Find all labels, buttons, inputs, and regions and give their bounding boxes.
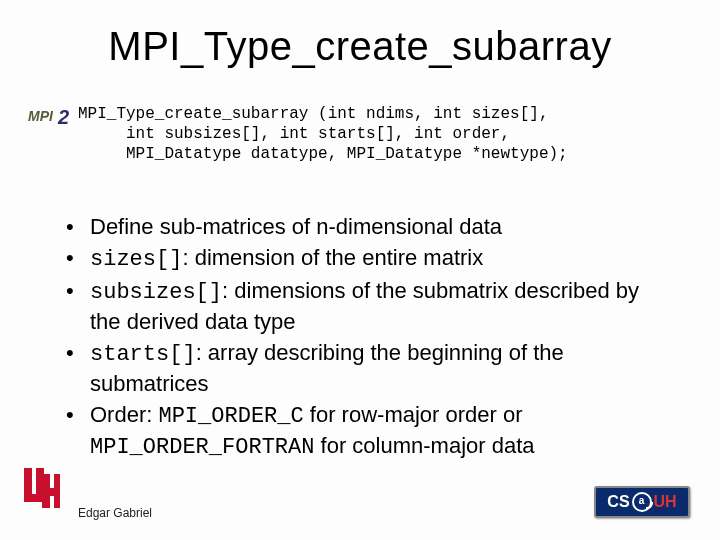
bullet-text: Define sub-matrices of n-dimensional dat…: [90, 212, 670, 241]
mpi2-logo: MPI 2: [28, 108, 74, 130]
list-item: • subsizes[]: dimensions of the submatri…: [64, 276, 670, 336]
bullet-text: subsizes[]: dimensions of the submatrix …: [90, 276, 670, 336]
csuh-cs: CS: [607, 493, 629, 511]
list-item: • sizes[]: dimension of the entire matri…: [64, 243, 670, 274]
list-item: • Order: MPI_ORDER_C for row-major order…: [64, 400, 670, 462]
slide: MPI_Type_create_subarray MPI 2 MPI_Type_…: [0, 0, 720, 540]
mpi2-logo-mpi: MPI: [28, 108, 53, 124]
svg-rect-2: [24, 494, 44, 502]
list-item: • starts[]: array describing the beginni…: [64, 338, 670, 398]
svg-rect-5: [42, 488, 60, 496]
function-signature: MPI_Type_create_subarray (int ndims, int…: [78, 104, 568, 164]
bullet-dot-icon: •: [64, 338, 90, 367]
uh-logo-icon: [22, 466, 62, 510]
bullet-dot-icon: •: [64, 400, 90, 429]
bullet-dot-icon: •: [64, 276, 90, 305]
bullet-dot-icon: •: [64, 212, 90, 241]
bullet-text: starts[]: array describing the beginning…: [90, 338, 670, 398]
bullet-list: • Define sub-matrices of n-dimensional d…: [64, 212, 670, 464]
author-label: Edgar Gabriel: [78, 506, 152, 520]
list-item: • Define sub-matrices of n-dimensional d…: [64, 212, 670, 241]
uh-logo: [22, 466, 62, 510]
bullet-text: sizes[]: dimension of the entire matrix: [90, 243, 670, 274]
csuh-logo: CS a UH: [594, 486, 690, 518]
at-icon: a: [632, 492, 652, 512]
bullet-dot-icon: •: [64, 243, 90, 272]
mpi2-logo-two: 2: [58, 106, 69, 129]
csuh-uh: UH: [654, 493, 677, 511]
page-title: MPI_Type_create_subarray: [0, 24, 720, 69]
bullet-text: Order: MPI_ORDER_C for row-major order o…: [90, 400, 670, 462]
